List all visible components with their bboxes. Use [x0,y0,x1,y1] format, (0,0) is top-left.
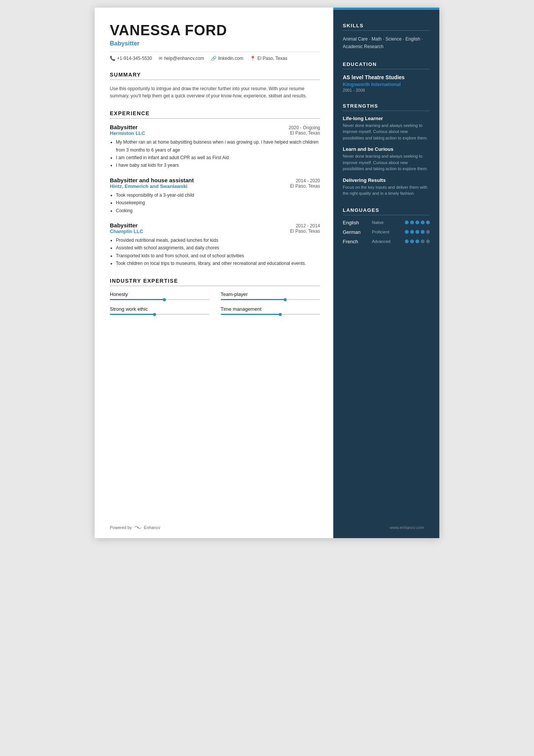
exp-bullet: I have baby sat kids for 3 years [116,161,320,169]
enhancv-logo-icon [134,524,142,531]
expertise-bar-bg [110,314,209,315]
education-list: AS level Theatre Studies Kingsworth Inte… [343,74,430,92]
linkedin-item: 🔗 linkedin.com [211,56,244,61]
lang-dot [410,221,414,224]
exp-bullet: I am certified in infant and adult CPR a… [116,154,320,161]
exp-date: 2014 - 2020 [296,178,320,183]
exp-sub: Hermiston LLC El Paso, Texas [110,130,320,136]
lang-dot [426,230,430,234]
education-title: EDUCATION [343,61,430,69]
strength-name: Life-long Learner [343,116,430,121]
email-item: ✉ help@enhancv.com [159,56,204,61]
exp-job-title: Babysitter [110,124,137,130]
candidate-title: Babysitter [110,40,320,47]
exp-header: Babysitter 2012 - 2014 [110,222,320,229]
summary-title: SUMMARY [110,72,320,80]
edu-school: Kingsworth International [343,81,430,87]
lang-dot [405,239,409,243]
lang-level: Proficient [372,230,398,234]
expertise-bar-bg [110,299,209,300]
footer: Powered by Enhancv www.enhancv.com [95,524,439,531]
experience-list: Babysitter 2020 - Ongoing Hermiston LLC … [110,124,320,267]
experience-title: EXPERIENCE [110,110,320,119]
edu-years: 2001 - 2008 [343,88,430,92]
location-icon: 📍 [250,56,256,61]
strength-item: Life-long Learner Never done learning an… [343,116,430,141]
expertise-bar-bg [221,299,320,300]
brand-name: Enhancv [144,525,160,530]
experience-item: Babysitter 2020 - Ongoing Hermiston LLC … [110,124,320,169]
exp-bullet: Transported kids to and from school, and… [116,252,320,260]
phone-text: +1-914-345-5530 [117,56,152,61]
lang-level: Advanced [372,239,398,244]
email-icon: ✉ [159,56,162,61]
expertise-bar-fill [221,299,286,300]
right-column: SKILLS Animal Care · Math · Science · En… [333,8,439,538]
exp-location: El Paso, Texas [290,229,320,234]
exp-bullets: Provided nutritional meals, packed lunch… [110,236,320,268]
lang-dots [405,221,430,224]
exp-date: 2012 - 2014 [296,223,320,229]
linkedin-icon: 🔗 [211,56,217,61]
experience-section: EXPERIENCE Babysitter 2020 - Ongoing Her… [110,110,320,267]
lang-dot [415,221,419,224]
lang-dots [405,239,430,243]
expertise-bar-fill [221,314,281,315]
summary-section: SUMMARY Use this opportunity to intrigue… [110,72,320,100]
exp-company: Champlin LLC [110,229,143,234]
exp-header: Babysitter and house assistant 2014 - 20… [110,177,320,183]
exp-bullet: Took responsibility of a 3-year-old chil… [116,191,320,199]
exp-sub: Hintz, Emmerich and Swaniawski El Paso, … [110,183,320,189]
exp-bullets: My Mother ran an at home babysitting bui… [110,138,320,169]
lang-dot [421,221,425,224]
expertise-item: Time management [221,306,320,315]
exp-sub: Champlin LLC El Paso, Texas [110,229,320,234]
language-item: English Native [343,220,430,225]
language-item: German Proficient [343,229,430,235]
footer-url: www.enhancv.com [390,525,424,530]
edu-degree: AS level Theatre Studies [343,74,430,81]
lang-dot [415,230,419,234]
languages-title: LANGUAGES [343,207,430,215]
exp-job-title: Babysitter [110,222,137,229]
education-section: EDUCATION AS level Theatre Studies Kings… [343,61,430,92]
exp-bullet: Cooking [116,207,320,214]
expertise-title: INDUSTRY EXPERTISE [110,278,320,286]
exp-bullet: Provided nutritional meals, packed lunch… [116,236,320,244]
header: VANESSA FORD Babysitter 📞 +1-914-345-553… [110,23,320,61]
lang-dot [405,221,409,224]
expertise-bar-fill [110,314,155,315]
lang-name: German [343,229,365,235]
strengths-list: Life-long Learner Never done learning an… [343,116,430,197]
candidate-name: VANESSA FORD [110,23,320,39]
location-text: El Paso, Texas [257,56,287,61]
contact-bar: 📞 +1-914-345-5530 ✉ help@enhancv.com 🔗 l… [110,52,320,61]
email-text: help@enhancv.com [164,56,204,61]
expertise-item: Honesty [110,291,209,300]
lang-dots [405,230,430,234]
exp-date: 2020 - Ongoing [289,125,320,130]
expertise-label: Team-player [221,291,320,297]
strengths-section: STRENGTHS Life-long Learner Never done l… [343,103,430,197]
skills-section: SKILLS Animal Care · Math · Science · En… [343,23,430,51]
expertise-item: Team-player [221,291,320,300]
location-item: 📍 El Paso, Texas [250,56,287,61]
languages-list: English Native German Proficient French … [343,220,430,244]
strength-desc: Focus on the key inputs and deliver them… [343,184,430,197]
resume-wrapper: VANESSA FORD Babysitter 📞 +1-914-345-553… [95,8,439,538]
expertise-bar-bg [221,314,320,315]
exp-location: El Paso, Texas [290,183,320,189]
strength-item: Delivering Results Focus on the key inpu… [343,177,430,197]
skills-text: Animal Care · Math · Science · English ·… [343,35,430,51]
svg-point-0 [137,527,139,528]
exp-company: Hermiston LLC [110,130,145,136]
summary-text: Use this opportunity to intrigue and dra… [110,85,320,100]
powered-by-text: Powered by [110,525,132,530]
exp-bullet: Assisted with school assignments, and da… [116,244,320,252]
lang-level: Native [372,220,398,225]
exp-bullet: Took children on local trips to museums,… [116,260,320,267]
footer-left: Powered by Enhancv [110,524,160,531]
exp-location: El Paso, Texas [290,130,320,136]
strengths-title: STRENGTHS [343,103,430,111]
top-accent [333,8,439,10]
